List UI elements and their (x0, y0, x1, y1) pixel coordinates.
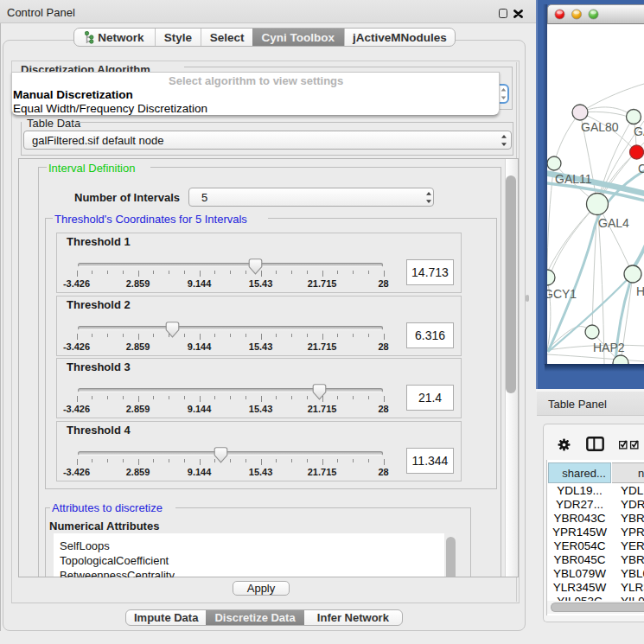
svg-text:GAL4: GAL4 (598, 216, 629, 230)
svg-text:HAP2: HAP2 (593, 341, 625, 354)
svg-text:C: C (638, 162, 644, 175)
svg-text:GAL11: GAL11 (555, 172, 592, 186)
svg-text:GCY1: GCY1 (547, 287, 577, 301)
svg-text:GA: GA (634, 124, 644, 138)
svg-text:H: H (636, 284, 644, 298)
svg-text:GAL80: GAL80 (581, 120, 619, 134)
